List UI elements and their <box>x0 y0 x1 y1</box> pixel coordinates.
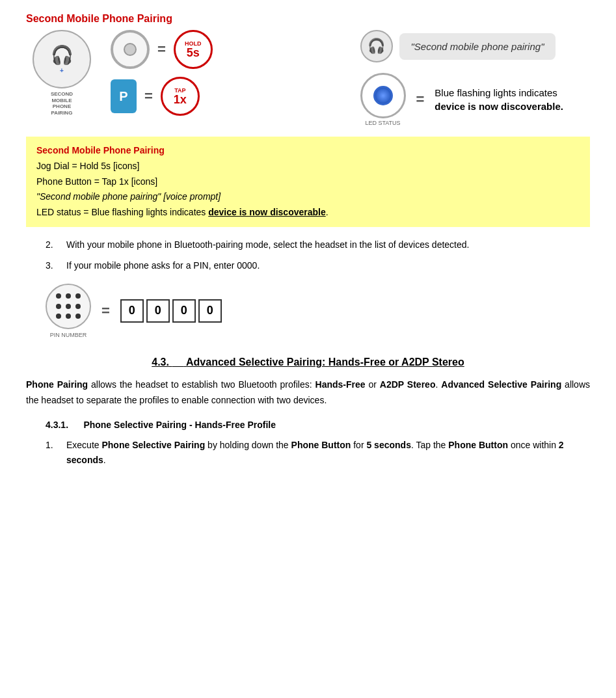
pin-icon-container: PIN NUMBER <box>46 284 91 338</box>
pin-boxes-container: 0 0 0 0 <box>120 299 222 323</box>
section-431-spacer <box>71 420 81 430</box>
headset-diagram-left: 🎧 + SECONDMOBILEPHONEPAIRING <box>26 30 98 116</box>
step-3: 3. If your mobile phone asks for a PIN, … <box>46 258 590 273</box>
section-title: Second Mobile Phone Pairing <box>26 13 590 25</box>
step-3-text: If your mobile phone asks for a PIN, ent… <box>66 258 260 273</box>
tap-value: 1x <box>174 94 187 105</box>
pin-dot-5 <box>66 304 71 309</box>
pin-number-label: PIN NUMBER <box>50 332 87 338</box>
body-text-2: or <box>366 379 380 390</box>
hands-free-bold: Hands-Free <box>315 379 366 390</box>
phone-btn-icon: P <box>111 79 137 113</box>
s431-num: 1. <box>46 438 59 452</box>
voice-led-section: 🎧 "Second mobile phone pairing" LED STAT… <box>360 30 591 126</box>
step-2-text: With your mobile phone in Bluetooth-pair… <box>66 237 469 252</box>
callout-line4: LED status = Blue flashing lights indica… <box>36 205 580 221</box>
step-2-num: 2. <box>46 237 59 252</box>
pin-dot-9 <box>75 314 81 319</box>
steps-list: 2. With your mobile phone in Bluetooth-p… <box>46 237 590 273</box>
equals-3: = <box>416 91 425 108</box>
led-row: LED STATUS = Blue flashing lights indica… <box>360 73 563 126</box>
a2dp-stereo-bold: A2DP Stereo <box>380 379 436 390</box>
callout-box: Second Mobile Phone Pairing Jog Dial = H… <box>26 137 590 227</box>
led-desc-normal: Blue flashing lights indicates <box>435 87 557 98</box>
section-431-num: 4.3.1. <box>46 420 68 430</box>
pin-digit-1: 0 <box>120 299 144 323</box>
equals-2: = <box>144 88 153 105</box>
plus-icon: + <box>60 67 64 74</box>
pin-digit-3: 0 <box>172 299 196 323</box>
section-431-title: Phone Selective Pairing - Hands-Free Pro… <box>83 420 276 430</box>
voice-prompt-row: 🎧 "Second mobile phone pairing" <box>360 30 556 62</box>
tap-badge: TAP 1x <box>161 77 200 116</box>
pin-dot-6 <box>75 304 81 309</box>
pin-digit-2: 0 <box>146 299 170 323</box>
callout-line3: "Second mobile phone pairing" [voice pro… <box>36 189 580 205</box>
voice-prompt-box: "Second mobile phone pairing" <box>399 33 556 60</box>
pin-icon <box>46 284 91 329</box>
5-seconds-bold: 5 seconds <box>366 440 410 450</box>
step-2: 2. With your mobile phone in Bluetooth-p… <box>46 237 590 252</box>
pin-dot-1 <box>56 293 61 299</box>
right-icons-diagram: = HOLD 5s P = TAP 1x <box>111 30 341 116</box>
section-431-steps: 1. Execute Phone Selective Pairing by ho… <box>46 438 590 467</box>
second-mobile-label: SECONDMOBILEPHONEPAIRING <box>51 91 73 116</box>
jog-wheel-icon <box>111 30 150 69</box>
pin-digit-4: 0 <box>198 299 222 323</box>
led-desc-bold: device is now discoverable. <box>435 101 563 112</box>
equals-1: = <box>157 41 166 58</box>
section-43-spacer <box>172 356 183 368</box>
main-container: Second Mobile Phone Pairing 🎧 + SECONDMO… <box>26 13 590 467</box>
callout-voice-italic: "Second mobile phone pairing" [voice pro… <box>36 191 221 202</box>
pin-diagram: PIN NUMBER = 0 0 0 0 <box>46 284 590 338</box>
phone-tap-row: P = TAP 1x <box>111 77 341 116</box>
top-diagram-area: 🎧 + SECONDMOBILEPHONEPAIRING = HOLD 5s <box>26 30 590 126</box>
pin-dot-7 <box>56 314 61 319</box>
advanced-selective-bold: Advanced Selective Pairing <box>441 379 561 390</box>
callout-line2: Phone Button = Tap 1x [icons] <box>36 174 580 190</box>
hold-value: 5s <box>187 47 200 59</box>
jog-row: = HOLD 5s <box>111 30 341 69</box>
s431-step-text: Execute Phone Selective Pairing by holdi… <box>66 438 590 467</box>
step-3-num: 3. <box>46 258 59 273</box>
pin-dot-4 <box>56 304 61 309</box>
section-431-heading: 4.3.1. Phone Selective Pairing - Hands-F… <box>46 420 590 430</box>
section-43-body: Phone Pairing allows the headset to esta… <box>26 377 590 409</box>
section-43-title: Advanced Selective Pairing: Hands-Free o… <box>186 356 464 368</box>
callout-line1: Jog Dial = Hold 5s [icons] <box>36 159 580 174</box>
led-description: Blue flashing lights indicates device is… <box>435 86 563 113</box>
callout-title: Second Mobile Phone Pairing <box>36 143 580 159</box>
body-text-3: . <box>435 379 441 390</box>
pin-section: PIN NUMBER = 0 0 0 0 <box>46 284 590 338</box>
bluetooth-headset-icon: 🎧 <box>51 44 74 66</box>
headset-icon-circle: 🎧 + <box>33 30 91 88</box>
pin-dot-3 <box>75 293 81 299</box>
led-status-label: LED STATUS <box>365 120 400 126</box>
led-circle-container: LED STATUS <box>360 73 406 126</box>
section-43-heading: 4.3. Advanced Selective Pairing: Hands-F… <box>26 356 590 368</box>
phone-pairing-bold: Phone Pairing <box>26 379 88 390</box>
callout-line4-normal: LED status = Blue flashing lights indica… <box>36 207 206 217</box>
led-circle <box>360 73 406 118</box>
callout-line4-bold: device is now discoverable <box>208 207 326 217</box>
section-43-num: 4.3. <box>152 356 169 368</box>
hold-badge: HOLD 5s <box>174 30 213 69</box>
phone-button-bold2: Phone Button <box>448 440 508 450</box>
phone-selective-pairing-bold: Phone Selective Pairing <box>101 440 205 450</box>
pin-dot-2 <box>66 293 71 299</box>
body-text-1: allows the headset to establish two Blue… <box>88 379 315 390</box>
phone-button-bold1: Phone Button <box>291 440 351 450</box>
section-431-step-1: 1. Execute Phone Selective Pairing by ho… <box>46 438 590 467</box>
pin-equals: = <box>101 302 110 319</box>
pin-dot-8 <box>66 314 71 319</box>
headset-small-icon: 🎧 <box>360 30 393 62</box>
led-inner-dot <box>373 86 393 105</box>
